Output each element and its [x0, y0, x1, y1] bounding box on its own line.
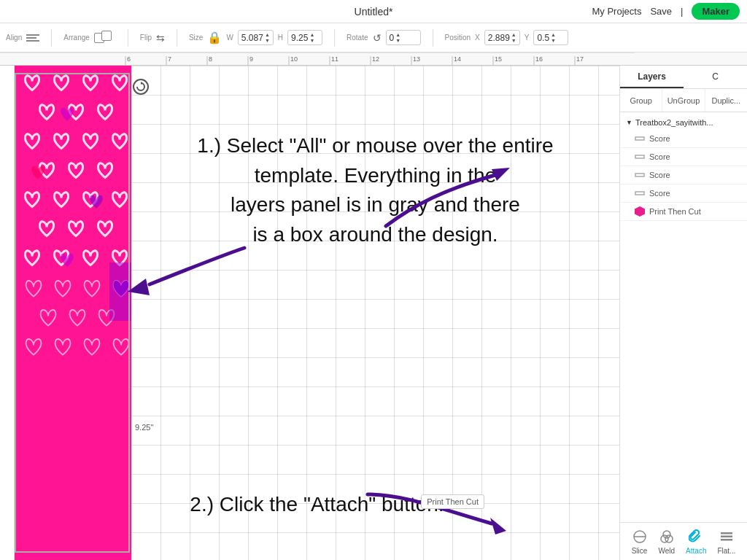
layer-label: Print Then Cut — [649, 207, 701, 216]
blank-canvas-label: Print Then Cut — [421, 494, 484, 509]
left-panel — [0, 66, 15, 560]
layers-tree: ▼ Treatbox2_sayitwith... Score Score — [620, 112, 747, 522]
svg-text:16: 16 — [535, 55, 543, 63]
slice-button[interactable]: Slice — [632, 529, 648, 555]
title-bar: Untitled* My Projects Save | Maker — [0, 0, 747, 23]
x-input[interactable]: 2.889 ▲▼ — [484, 30, 520, 45]
position-label: Position — [445, 34, 471, 42]
lock-icon: 🔒 — [207, 31, 222, 44]
y-input[interactable]: 0.5 ▲▼ — [533, 30, 568, 45]
layer-group[interactable]: ▼ Treatbox2_sayitwith... — [620, 115, 747, 130]
group-name: Treatbox2_sayitwith... — [635, 118, 713, 127]
rotate-spinner[interactable]: ▲▼ — [395, 32, 400, 43]
layers-tabs: Layers C — [620, 66, 747, 89]
height-label: H — [278, 34, 283, 42]
list-item[interactable]: Score — [620, 148, 747, 166]
group-button[interactable]: Group — [620, 89, 662, 112]
layer-label: Score — [649, 171, 670, 179]
page-title: Untitled* — [355, 6, 393, 18]
weld-icon — [659, 529, 675, 545]
list-item[interactable]: Score — [620, 184, 747, 203]
list-item[interactable]: Score — [620, 166, 747, 184]
svg-rect-40 — [721, 535, 732, 537]
main-layout: 1.) Select "All" or mouse over the entir… — [0, 66, 747, 560]
svg-text:11: 11 — [331, 55, 338, 63]
y-label: Y — [525, 34, 530, 42]
size-group: Size 🔒 W 5.087 ▲▼ H 9.25 ▲▼ — [189, 30, 322, 45]
layer-label: Score — [649, 152, 670, 161]
x-spinner[interactable]: ▲▼ — [511, 32, 516, 43]
svg-rect-31 — [635, 155, 644, 158]
svg-text:15: 15 — [495, 55, 502, 63]
svg-text:14: 14 — [454, 55, 461, 63]
svg-text:8: 8 — [209, 55, 212, 63]
my-projects-link[interactable]: My Projects — [592, 6, 641, 17]
tab-layers[interactable]: Layers — [620, 66, 684, 88]
selection-box — [15, 73, 130, 553]
layer-label: Score — [649, 134, 670, 143]
bottom-toolbar: Slice Weld Attach — [620, 522, 747, 560]
svg-text:9: 9 — [249, 55, 253, 63]
layers-actions: Group UnGroup Duplic... — [620, 89, 747, 112]
slice-icon — [632, 529, 648, 545]
width-input[interactable]: 5.087 ▲▼ — [238, 30, 274, 45]
svg-text:6: 6 — [127, 55, 131, 63]
svg-rect-33 — [635, 192, 644, 195]
width-label: W — [226, 34, 233, 42]
position-group: Position X 2.889 ▲▼ Y 0.5 ▲▼ — [445, 30, 569, 45]
svg-point-37 — [665, 535, 673, 542]
separator: | — [681, 6, 683, 17]
right-nav: My Projects Save | Maker — [592, 3, 740, 20]
save-button[interactable]: Save — [650, 6, 672, 17]
toolbar: Align Arrange Flip ⇆ Size 🔒 W 5.087 ▲▼ H… — [0, 23, 747, 52]
svg-text:17: 17 — [576, 55, 584, 63]
rotate-input[interactable]: 0 ▲▼ — [386, 30, 421, 45]
align-group: Align — [6, 34, 39, 42]
height-input[interactable]: 9.25 ▲▼ — [287, 30, 322, 45]
layer-label: Score — [649, 189, 670, 198]
list-item[interactable]: Print Then Cut — [620, 203, 747, 221]
svg-rect-41 — [721, 539, 732, 541]
svg-text:10: 10 — [290, 55, 298, 63]
flatten-button[interactable]: Flat... — [717, 529, 735, 555]
arrange-label: Arrange — [63, 34, 90, 42]
svg-rect-39 — [721, 532, 732, 534]
svg-rect-32 — [635, 174, 644, 176]
flip-group: Flip ⇆ — [140, 32, 165, 44]
align-label: Align — [6, 34, 22, 42]
print-then-cut-icon — [635, 206, 645, 217]
svg-text:13: 13 — [413, 55, 420, 63]
size-label: Size — [189, 34, 203, 42]
dimension-label: 9.25" — [135, 423, 153, 432]
flatten-icon — [719, 529, 735, 545]
attach-icon — [688, 529, 704, 545]
svg-point-38 — [663, 531, 670, 538]
height-spinner[interactable]: ▲▼ — [309, 32, 314, 43]
ungroup-button[interactable]: UnGroup — [662, 89, 705, 112]
rotate-handle[interactable] — [133, 79, 149, 95]
score-icon — [635, 133, 645, 144]
flip-label: Flip — [140, 34, 152, 42]
score-icon — [635, 152, 645, 162]
tab-c[interactable]: C — [684, 66, 747, 88]
svg-rect-30 — [635, 137, 644, 140]
x-label: X — [475, 34, 480, 42]
attach-button[interactable]: Attach — [686, 529, 706, 555]
list-item[interactable]: Score — [620, 130, 747, 148]
rotate-label: Rotate — [347, 34, 368, 42]
canvas-area[interactable]: 1.) Select "All" or mouse over the entir… — [15, 66, 619, 560]
svg-text:12: 12 — [372, 55, 379, 63]
weld-button[interactable]: Weld — [659, 529, 676, 555]
svg-text:7: 7 — [168, 55, 171, 63]
caret-icon: ▼ — [626, 119, 632, 126]
arrange-group: Arrange — [63, 33, 116, 43]
duplicate-button[interactable]: Duplic... — [705, 89, 747, 112]
rotate-group: Rotate ↺ 0 ▲▼ — [347, 30, 420, 45]
ruler: 67891011121314151617 — [0, 52, 747, 66]
maker-button[interactable]: Maker — [692, 3, 740, 20]
score-icon — [635, 188, 645, 198]
score-icon — [635, 170, 645, 180]
width-spinner[interactable]: ▲▼ — [265, 32, 270, 43]
right-panel: Layers C Group UnGroup Duplic... ▼ Treat… — [619, 66, 747, 560]
y-spinner[interactable]: ▲▼ — [551, 32, 556, 43]
